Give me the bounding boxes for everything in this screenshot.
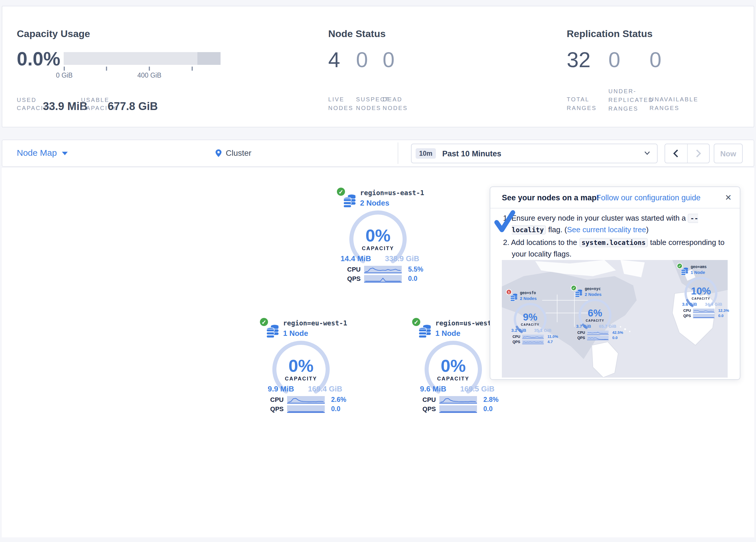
capacity-caption: CAPACITY <box>309 245 447 251</box>
nodes-on-map-popup: See your nodes on a map! Follow our conf… <box>490 186 740 380</box>
nodes-count-link[interactable]: 2 Nodes <box>520 296 537 301</box>
chevron-left-icon <box>674 149 679 157</box>
qps-sparkline <box>439 405 477 413</box>
geo-group-nyc[interactable]: ✓ geo=nyc 2 Nodes 6% CAPACITY 3.7 GiB 65… <box>555 284 635 341</box>
chevron-down-icon <box>644 151 650 155</box>
node-status-title: Node Status <box>328 28 386 40</box>
replication-status-title: Replication Status <box>567 28 653 40</box>
qps-label: QPS <box>508 340 520 344</box>
time-forward-button[interactable] <box>687 144 709 163</box>
suspect-nodes-count: 0 <box>356 48 368 72</box>
locality-label: region=us-east-1 <box>360 189 424 197</box>
nodes-count-link[interactable]: 1 Node <box>283 329 308 338</box>
used-capacity: 14.4 MiB <box>332 254 371 263</box>
status-ok-badge: ✓ <box>336 186 346 197</box>
total-capacity: 169.5 GiB <box>460 385 500 393</box>
cpu-sparkline <box>439 396 477 404</box>
qps-label: QPS <box>678 314 691 318</box>
time-step-buttons <box>665 144 710 163</box>
time-back-button[interactable] <box>665 144 687 163</box>
status-warning-badge: 1 <box>506 289 512 295</box>
popup-title: See your nodes on a map! <box>502 193 599 202</box>
qps-value: 4.7 <box>547 340 553 344</box>
locality-label: geo=ams <box>691 264 707 269</box>
used-capacity: 3.7 GiB <box>568 324 591 329</box>
qps-sparkline <box>587 336 609 340</box>
region-group-us-east-1[interactable]: ✓ region=us-east-1 2 Nodes 0% CAPACITY 1… <box>309 185 447 285</box>
locality-label: geo=nyc <box>585 287 601 291</box>
used-capacity: 3.6 GiB <box>674 302 697 307</box>
axis-tick <box>149 67 150 71</box>
under-replicated-ranges-count: 0 <box>608 48 620 72</box>
cpu-value: 2.8% <box>483 396 498 403</box>
capacity-caption: CAPACITY <box>232 376 370 382</box>
nodes-count-link[interactable]: 2 Nodes <box>585 292 601 297</box>
close-icon[interactable]: ✕ <box>725 193 732 202</box>
total-ranges-count: 32 <box>567 48 590 72</box>
qps-value: 0.0 <box>331 405 340 412</box>
time-range-selector[interactable]: 10m Past 10 Minutes <box>411 144 658 163</box>
locality-label: region=eu-west-1 <box>283 319 347 327</box>
time-range-badge: 10m <box>416 148 436 159</box>
instruction-step-1: 1. Ensure every node in your cluster was… <box>503 212 732 236</box>
capacity-caption: CAPACITY <box>661 297 741 300</box>
qps-sparkline <box>693 314 715 318</box>
time-range-label: Past 10 Minutes <box>442 149 501 158</box>
capacity-used-percent: 0.0% <box>17 48 60 70</box>
live-nodes-count: 4 <box>328 48 340 72</box>
status-ok-badge: ✓ <box>411 317 421 327</box>
status-ok-badge: ✓ <box>571 285 577 291</box>
cpu-sparkline <box>693 309 715 313</box>
page-footer-strip <box>0 537 756 542</box>
qps-value: 0.0 <box>483 405 493 412</box>
cpu-value: 42.5% <box>612 331 623 335</box>
qps-value: 0.0 <box>612 336 617 340</box>
qps-label: QPS <box>414 405 436 412</box>
axis-tick-label: 0 GiB <box>41 72 87 79</box>
toolbar-divider <box>398 142 398 164</box>
axis-tick <box>64 67 65 71</box>
used-capacity: 9.6 MiB <box>407 385 446 393</box>
under-replicated-ranges-label: UNDER- REPLICATED RANGES <box>608 87 647 113</box>
total-ranges-label: TOTAL RANGES <box>567 95 597 112</box>
capacity-bar-reserved-segment <box>197 52 221 65</box>
nodes-count-link[interactable]: 1 Node <box>435 329 460 338</box>
used-capacity: 9.9 MiB <box>255 385 294 393</box>
cluster-overview-page: Capacity Usage 0.0% 0 GiB 400 GiB USEDCA… <box>0 0 756 542</box>
status-ok-badge: ✓ <box>677 263 683 269</box>
region-group-eu-west-1[interactable]: ✓ region=eu-west-1 1 Node 0% CAPACITY 9.… <box>232 316 370 415</box>
qps-label: QPS <box>339 275 361 282</box>
view-mode-dropdown[interactable]: Node Map <box>17 148 57 157</box>
cpu-label: CPU <box>339 266 361 273</box>
dead-nodes-count: 0 <box>383 48 394 72</box>
qps-label: QPS <box>262 405 284 412</box>
check-annotation-icon <box>494 210 516 233</box>
cpu-sparkline <box>287 396 325 404</box>
locality-tree-link[interactable]: See current locality tree <box>567 225 646 234</box>
total-capacity: 35.1 GiB <box>534 328 557 333</box>
popup-header: See your nodes on a map! Follow our conf… <box>490 187 740 208</box>
axis-tick <box>192 67 193 71</box>
geo-group-ams[interactable]: ✓ geo=ams 1 Node 10% CAPACITY 3.6 GiB 34… <box>661 262 741 319</box>
chevron-right-icon <box>696 149 701 157</box>
total-capacity: 34.4 GiB <box>705 302 728 307</box>
nodes-count-link[interactable]: 2 Nodes <box>360 198 389 207</box>
now-button[interactable]: Now <box>714 144 743 163</box>
dead-nodes-label: DEAD NODES <box>383 95 414 112</box>
cpu-label: CPU <box>678 309 691 313</box>
cpu-sparkline <box>364 266 402 273</box>
nodes-count-link[interactable]: 1 Node <box>691 270 705 275</box>
locality-label: geo=sfo <box>520 291 536 295</box>
cpu-label: CPU <box>414 396 436 403</box>
cpu-label: CPU <box>262 396 284 403</box>
instruction-step-2: 2. Add locations to the system.locations… <box>503 237 732 259</box>
code-snippet: system.locations <box>579 238 648 247</box>
cpu-value: 5.5% <box>408 266 423 273</box>
breadcrumb[interactable]: Cluster <box>214 146 252 159</box>
chevron-down-icon <box>62 152 68 155</box>
axis-tick <box>106 67 107 71</box>
qps-sparkline <box>364 275 402 283</box>
status-ok-badge: ✓ <box>259 317 269 327</box>
map-toolbar: Node Map Cluster 10m Past 10 Minutes <box>2 139 754 167</box>
configuration-guide-link[interactable]: Follow our configuration guide <box>596 193 700 202</box>
